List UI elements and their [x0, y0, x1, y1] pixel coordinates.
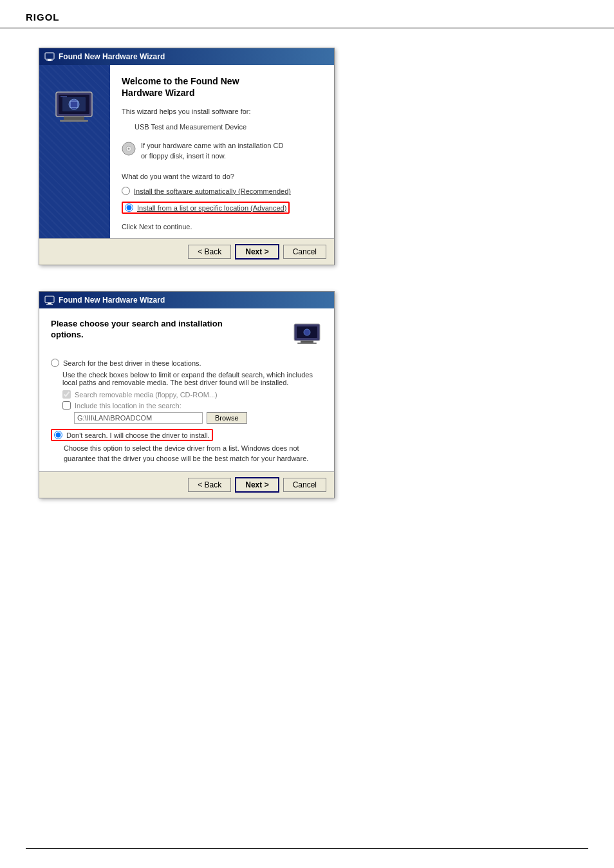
check-removable-row: Search removable media (floppy, CD-ROM..… — [62, 390, 322, 399]
wizard1-main: Welcome to the Found NewHardware Wizard … — [110, 65, 334, 238]
svg-rect-15 — [46, 304, 53, 305]
brand-label: RIGOL — [26, 12, 60, 23]
search-options-indent: Use the check boxes below to limit or ex… — [62, 371, 322, 424]
cd-note-text: If your hardware came with an installati… — [141, 141, 283, 161]
wizard2-cancel-button[interactable]: Cancel — [283, 478, 326, 492]
wizard1-subtitle: This wizard helps you install software f… — [122, 108, 322, 115]
wizard1-device: USB Test and Measurement Device — [135, 123, 322, 131]
wizard1-back-button[interactable]: < Back — [188, 245, 231, 259]
wizard2-title-icon — [44, 295, 55, 305]
wizard1-title-icon — [44, 52, 55, 62]
dont-search-row: Don't search. I will choose the driver t… — [51, 429, 322, 441]
svg-rect-2 — [46, 61, 53, 61]
radio-option2-row: Install from a list or specific location… — [122, 202, 322, 214]
wizard2-footer: < Back Next > Cancel — [39, 471, 334, 498]
check-include-label: Include this location in the search: — [75, 402, 181, 410]
wizard2-hw-icon — [292, 319, 322, 350]
wizard2-next-button[interactable]: Next > — [235, 477, 279, 493]
page-header: RIGOL — [0, 0, 614, 28]
check-include-row: Include this location in the search: — [62, 401, 322, 410]
svg-rect-14 — [48, 303, 51, 304]
wizard-dialog-1: Found New Hardware Wizard — [39, 48, 335, 265]
wizard1-titlebar: Found New Hardware Wizard — [39, 48, 334, 65]
path-input[interactable] — [74, 412, 203, 424]
checkbox-include-location[interactable] — [62, 401, 71, 410]
wizard1-question: What do you want the wizard to do? — [122, 173, 322, 180]
radio-search-row: Search for the best driver in these loca… — [51, 359, 322, 367]
check-removable-label: Search removable media (floppy, CD-ROM..… — [75, 391, 218, 399]
wizard1-sidebar — [39, 65, 110, 238]
wizard1-body: Welcome to the Found NewHardware Wizard … — [39, 65, 334, 238]
wizard1-cd-row: If your hardware came with an installati… — [122, 141, 322, 161]
svg-rect-18 — [301, 341, 313, 343]
checkbox-removable[interactable] — [62, 390, 71, 399]
svg-rect-0 — [45, 53, 54, 59]
wizard2-header-row: Please choose your search and installati… — [51, 319, 322, 350]
radio-option1-row: Install the software automatically (Reco… — [122, 187, 322, 195]
svg-rect-1 — [48, 59, 51, 61]
wizard1-cancel-button[interactable]: Cancel — [283, 245, 326, 259]
dont-search-outline: Don't search. I will choose the driver t… — [51, 429, 213, 441]
dont-search-desc: Choose this option to select the device … — [64, 444, 322, 464]
path-row: Browse — [74, 412, 322, 424]
radio-auto-install[interactable] — [122, 187, 130, 195]
cd-icon — [122, 142, 136, 156]
svg-rect-6 — [60, 120, 88, 122]
page-footer-line — [26, 848, 588, 849]
svg-point-20 — [304, 329, 310, 335]
wizard1-welcome-title: Welcome to the Found NewHardware Wizard — [122, 75, 322, 99]
svg-point-12 — [128, 148, 130, 150]
radio-search[interactable] — [51, 359, 59, 367]
wizard1-title-text: Found New Hardware Wizard — [59, 52, 165, 61]
option2-selected-outline: Install from a list or specific location… — [122, 202, 290, 214]
svg-rect-19 — [297, 343, 317, 344]
wizard-dialog-2: Found New Hardware Wizard Please choose … — [39, 291, 335, 498]
wizard2-back-button[interactable]: < Back — [188, 478, 231, 492]
option2-label: Install from a list or specific location… — [137, 204, 286, 212]
wizard2-main-title: Please choose your search and installati… — [51, 319, 257, 341]
wizard1-next-button[interactable]: Next > — [235, 244, 279, 259]
svg-rect-5 — [64, 117, 84, 120]
option1-label: Install the software automatically (Reco… — [134, 187, 291, 195]
wizard1-footer: < Back Next > Cancel — [39, 238, 334, 265]
wizard1-sidebar-icon — [51, 83, 97, 131]
wizard2-titlebar: Found New Hardware Wizard — [39, 292, 334, 308]
wizard2-title-text: Found New Hardware Wizard — [59, 296, 165, 305]
hardware-icon — [51, 83, 97, 129]
wizard2-body: Please choose your search and installati… — [39, 308, 334, 471]
browse-button[interactable]: Browse — [207, 412, 247, 424]
radio-dont-search[interactable] — [54, 431, 62, 439]
radio-search-label: Search for the best driver in these loca… — [63, 359, 201, 367]
page-content: Found New Hardware Wizard — [0, 28, 614, 518]
svg-rect-13 — [45, 296, 54, 303]
wizard1-click-next: Click Next to continue. — [122, 223, 322, 231]
radio-specific-location[interactable] — [125, 203, 133, 212]
search-desc: Use the check boxes below to limit or ex… — [62, 371, 322, 386]
dont-search-label: Don't search. I will choose the driver t… — [66, 431, 210, 439]
